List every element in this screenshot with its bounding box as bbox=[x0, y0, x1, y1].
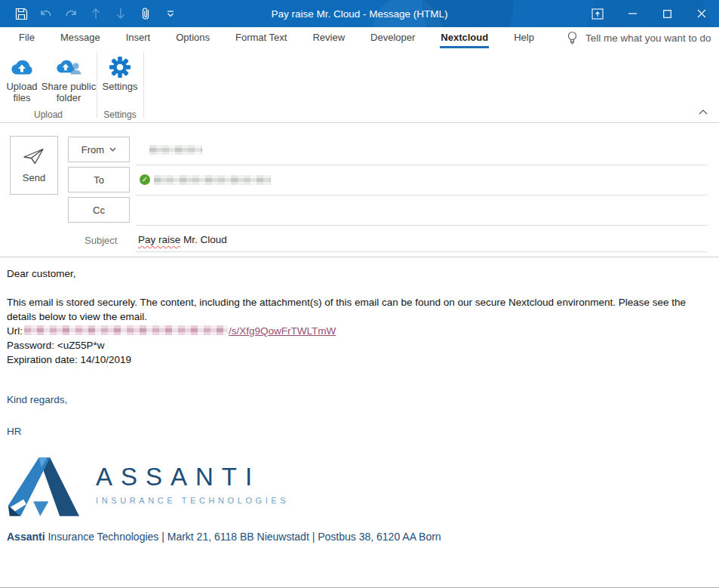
window-controls bbox=[580, 0, 719, 27]
ribbon-group-label-settings: Settings bbox=[97, 109, 143, 120]
share-link[interactable]: /s/Xfg9QowFrTWLTmW bbox=[229, 325, 336, 337]
settings-button[interactable]: Settings bbox=[100, 54, 140, 92]
tell-me-box[interactable]: Tell me what you want to do bbox=[567, 27, 711, 49]
ribbon-display-options-icon[interactable] bbox=[580, 0, 615, 27]
ribbon-group-upload: Uploadfiles Share publicfolder Upload bbox=[0, 49, 97, 122]
title-bar: Pay raise Mr. Cloud - Message (HTML) bbox=[0, 0, 719, 27]
tell-me-label: Tell me what you want to do bbox=[585, 32, 711, 44]
tab-insert[interactable]: Insert bbox=[113, 27, 164, 49]
send-label: Send bbox=[23, 172, 45, 183]
tab-file[interactable]: File bbox=[6, 27, 48, 49]
ribbon-group-settings: Settings Settings bbox=[97, 49, 143, 122]
quick-access-toolbar bbox=[0, 5, 179, 23]
ribbon: Uploadfiles Share publicfolder Upload Se… bbox=[0, 49, 719, 123]
tab-review[interactable]: Review bbox=[300, 27, 358, 49]
field-divider bbox=[136, 195, 707, 195]
ribbon-group-label-upload: Upload bbox=[0, 109, 97, 120]
footer-company-bold: Assanti bbox=[7, 531, 45, 543]
subject-rest-text: Mr. Cloud bbox=[180, 234, 227, 245]
message-header: Send From To Cc ✓ Subject Pay raise Mr. … bbox=[0, 123, 719, 257]
collapse-ribbon-icon[interactable] bbox=[696, 106, 710, 117]
body-closing: Kind regards, bbox=[7, 393, 707, 407]
subject-label: Subject bbox=[84, 233, 117, 248]
minimize-icon[interactable] bbox=[615, 0, 650, 27]
subject-field[interactable]: Pay raise Mr. Cloud bbox=[138, 232, 227, 247]
save-icon[interactable] bbox=[13, 5, 29, 23]
lightbulb-icon bbox=[567, 31, 578, 45]
move-up-icon[interactable] bbox=[88, 5, 104, 23]
send-plane-icon bbox=[23, 147, 45, 165]
field-divider bbox=[136, 165, 707, 165]
verified-check-icon: ✓ bbox=[140, 174, 150, 185]
url-line: Url:/s/Xfg9QowFrTWLTmW bbox=[7, 324, 707, 338]
from-address-redacted bbox=[149, 145, 202, 155]
subject-misspelled-text: Pay raise bbox=[138, 234, 180, 245]
attach-file-icon[interactable] bbox=[137, 5, 154, 23]
body-signoff: HR bbox=[7, 424, 707, 439]
url-redacted-part bbox=[24, 325, 228, 335]
logo-name: ASSANTI bbox=[96, 464, 289, 490]
ribbon-group-divider bbox=[143, 52, 144, 118]
ribbon-tab-row: File Message Insert Options Format Text … bbox=[0, 27, 719, 49]
to-address-redacted bbox=[154, 175, 271, 185]
tab-nextcloud[interactable]: Nextcloud bbox=[428, 27, 501, 49]
undo-icon[interactable] bbox=[38, 5, 54, 23]
send-button[interactable]: Send bbox=[10, 136, 58, 195]
body-greeting: Dear customer, bbox=[7, 266, 707, 281]
from-button[interactable]: From bbox=[68, 137, 130, 162]
field-divider bbox=[136, 225, 707, 226]
move-down-icon[interactable] bbox=[112, 5, 129, 23]
window-title: Pay raise Mr. Cloud - Message (HTML) bbox=[271, 0, 447, 27]
tab-format-text[interactable]: Format Text bbox=[223, 27, 300, 49]
password-line: Password: <uZ55P*w bbox=[7, 338, 707, 352]
maximize-icon[interactable] bbox=[650, 0, 684, 27]
assanti-logo: ASSANTI INSURANCE TECHNOLOGIES bbox=[7, 455, 707, 517]
body-paragraph: This email is stored securely. The conte… bbox=[7, 295, 707, 324]
settings-gear-icon bbox=[109, 54, 131, 79]
tab-options[interactable]: Options bbox=[163, 27, 223, 49]
message-body[interactable]: Dear customer, This email is stored secu… bbox=[0, 257, 719, 544]
upload-cloud-icon bbox=[9, 54, 35, 79]
upload-files-button[interactable]: Uploadfiles bbox=[2, 54, 42, 103]
tab-message[interactable]: Message bbox=[48, 27, 113, 49]
cc-button[interactable]: Cc bbox=[68, 197, 130, 223]
expiration-line: Expiration date: 14/10/2019 bbox=[7, 352, 707, 367]
footer-company-rest: Insurance Technologies | Markt 21, 6118 … bbox=[45, 531, 441, 543]
outlook-message-window: Pay raise Mr. Cloud - Message (HTML) Fil… bbox=[0, 0, 719, 588]
subject-divider bbox=[136, 251, 707, 252]
redo-icon[interactable] bbox=[63, 5, 79, 23]
customize-quick-access-icon[interactable] bbox=[162, 5, 179, 23]
share-cloud-icon bbox=[55, 54, 82, 79]
logo-tagline: INSURANCE TECHNOLOGIES bbox=[96, 494, 289, 508]
tab-help[interactable]: Help bbox=[501, 27, 547, 49]
signature-footer: Assanti Insurance Technologies | Markt 2… bbox=[7, 530, 707, 544]
close-icon[interactable] bbox=[684, 0, 719, 27]
tab-developer[interactable]: Developer bbox=[358, 27, 428, 49]
assanti-logo-mark-icon bbox=[7, 455, 79, 517]
share-public-folder-button[interactable]: Share publicfolder bbox=[42, 54, 95, 103]
to-button[interactable]: To bbox=[68, 167, 130, 192]
chevron-down-icon bbox=[109, 147, 116, 152]
